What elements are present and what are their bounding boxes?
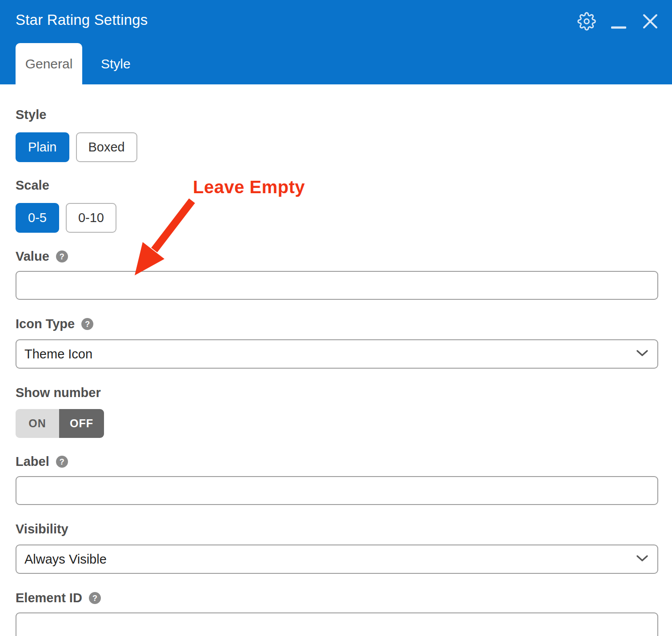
- value-input[interactable]: [16, 271, 658, 300]
- visibility-label: Visibility: [16, 522, 68, 537]
- show-number-label: Show number: [16, 386, 101, 400]
- tab-style[interactable]: Style: [82, 43, 149, 84]
- settings-panel: Style Plain Boxed Scale 0-5 0-10 Value ?…: [0, 107, 672, 636]
- visibility-select[interactable]: Always Visible: [16, 545, 658, 574]
- element-id-input[interactable]: [16, 612, 658, 636]
- show-number-on-button[interactable]: ON: [16, 409, 59, 438]
- help-icon[interactable]: ?: [56, 456, 68, 468]
- scale-0-10-button[interactable]: 0-10: [66, 203, 116, 233]
- style-plain-button[interactable]: Plain: [16, 132, 69, 162]
- element-id-label: Element ID: [16, 591, 82, 605]
- help-icon[interactable]: ?: [89, 592, 101, 604]
- style-label: Style: [16, 107, 46, 122]
- scale-label: Scale: [16, 178, 49, 193]
- label-input[interactable]: [16, 476, 658, 505]
- value-label: Value: [16, 249, 49, 264]
- chevron-down-icon: [636, 349, 648, 359]
- dialog-header: Star Rating Settings General Style: [0, 0, 672, 84]
- close-icon[interactable]: [641, 12, 659, 30]
- show-number-off-button[interactable]: OFF: [59, 409, 104, 438]
- icon-type-select[interactable]: Theme Icon: [16, 339, 658, 369]
- minimize-icon[interactable]: [611, 26, 626, 29]
- visibility-selected-value: Always Visible: [24, 552, 107, 567]
- gear-icon[interactable]: [577, 12, 596, 31]
- help-icon[interactable]: ?: [56, 250, 68, 262]
- show-number-toggle: ON OFF: [16, 409, 104, 438]
- chevron-down-icon: [636, 554, 648, 564]
- scale-choice-group: 0-5 0-10: [16, 203, 658, 233]
- label-field-label: Label: [16, 454, 49, 469]
- help-icon[interactable]: ?: [81, 318, 93, 330]
- tab-general[interactable]: General: [16, 43, 82, 84]
- dialog-title: Star Rating Settings: [16, 12, 148, 28]
- icon-type-label: Icon Type: [16, 317, 75, 331]
- icon-type-selected-value: Theme Icon: [24, 347, 92, 362]
- header-actions: [577, 11, 659, 32]
- style-choice-group: Plain Boxed: [16, 132, 658, 162]
- scale-0-5-button[interactable]: 0-5: [16, 203, 59, 233]
- style-boxed-button[interactable]: Boxed: [76, 132, 137, 162]
- tab-bar: General Style: [16, 43, 149, 84]
